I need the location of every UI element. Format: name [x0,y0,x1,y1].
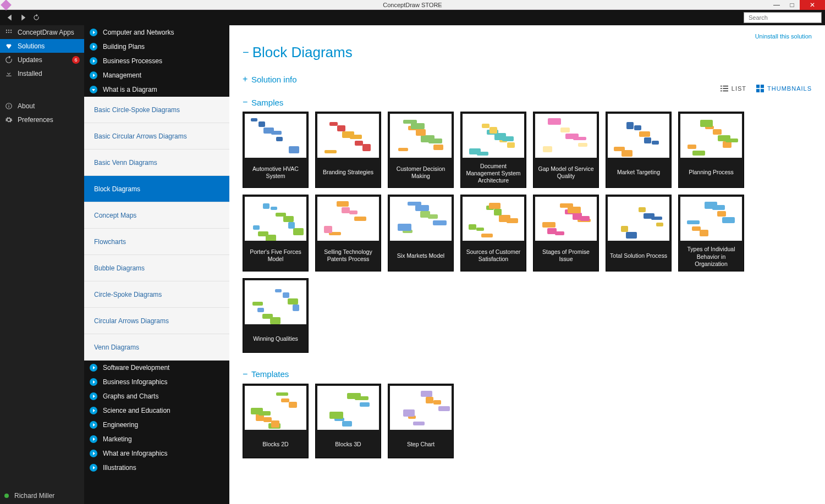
window-title: ConceptDraw STORE [0,2,825,8]
uninstall-solution-link[interactable]: Uninstall this solution [755,33,812,40]
svg-rect-12 [723,88,728,89]
category-item[interactable]: Marketing [84,432,229,446]
thumbnail-card[interactable]: Gap Model of Service Quality [533,112,599,188]
view-list-button[interactable]: LIST [721,85,746,92]
window-minimize-button[interactable]: — [769,0,784,10]
subcategory-item[interactable]: Venn Diagrams [84,334,229,361]
sidebar-item-apps[interactable]: ConceptDraw Apps [0,25,84,39]
thumbnail-caption: Planning Process [679,159,744,186]
category-item[interactable]: Software Development [84,361,229,375]
nav-forward-button[interactable] [16,11,30,24]
thumbnail-card[interactable]: Sources of Customer Satisfaction [460,195,526,271]
svg-point-3 [6,31,7,32]
expand-arrow-icon [90,450,97,457]
search-box[interactable] [744,12,822,23]
window-maximize-button[interactable]: □ [784,0,800,10]
category-label: Computer and Networks [103,29,174,36]
thumbnail-card[interactable]: Types of Individual Behavior in Organiza… [678,195,744,271]
expand-arrow-icon [90,43,97,51]
subcategory-item[interactable]: Circular Arrows Diagrams [84,308,229,334]
thumbnail-card[interactable]: Porter's Five Forces Model [243,195,309,271]
thumbnail-card[interactable]: Total Solution Process [606,195,672,271]
category-item[interactable]: Science and Education [84,403,229,418]
subcategory-item[interactable]: Flowcharts [84,229,229,255]
thumbnail-image [608,114,669,158]
section-solution-info[interactable]: + Solution info [243,74,812,84]
collapse-page-icon[interactable]: − [243,46,249,59]
thumbnail-image [245,386,306,430]
sidebar-item-installed[interactable]: Installed [0,67,84,80]
thumbnail-card[interactable]: Selling Technology Patents Process [315,195,381,271]
app-icon [1,0,12,10]
thumbnail-card[interactable]: Customer Decision Making [388,112,454,188]
thumbnail-image [680,197,742,241]
subcategory-item[interactable]: Basic Circular Arrows Diagrams [84,123,229,149]
thumbnail-image [317,386,379,430]
search-input[interactable] [749,14,824,21]
category-item[interactable]: What is a Diagram [84,82,229,97]
thumbnail-card[interactable]: Six Markets Model [388,195,454,271]
solutions-icon [4,42,13,51]
thumbnail-caption: Selling Technology Patents Process [316,242,381,269]
thumbnail-card[interactable]: Market Targeting [606,112,672,188]
subcategory-item[interactable]: Concept Maps [84,202,229,229]
view-thumbnails-button[interactable]: THUMBNAILS [756,85,812,92]
thumbnail-card[interactable]: Winning Qualities [243,278,309,353]
thumbnail-card[interactable]: Blocks 2D [243,384,309,458]
thumbnail-card[interactable]: Stages of Promise Issue [533,195,599,271]
svg-rect-15 [756,85,760,88]
user-status[interactable]: Richard Miller [0,488,84,504]
sidebar-item-preferences[interactable]: Preferences [0,113,84,126]
top-toolbar [0,10,825,25]
main-content: Uninstall this solution − Block Diagrams… [229,25,825,504]
thumbnail-image [608,197,669,241]
sidebar-item-about[interactable]: About [0,99,84,113]
thumbnail-image [463,114,524,158]
svg-rect-7 [8,105,9,107]
nav-refresh-button[interactable] [30,11,43,24]
thumbnail-caption: Step Chart [388,431,453,458]
thumbnail-card[interactable]: Blocks 3D [315,384,381,458]
category-label: What are Infographics [103,450,167,457]
subcategory-item[interactable]: Circle-Spoke Diagrams [84,281,229,308]
section-samples[interactable]: − Samples [243,97,812,107]
subcategory-item[interactable]: Bubble Diagrams [84,255,229,281]
window-close-button[interactable]: ✕ [800,0,825,10]
thumbnail-caption: Winning Qualities [243,326,308,352]
category-label: What is a Diagram [103,86,157,93]
sidebar-item-solutions[interactable]: Solutions [0,39,84,53]
svg-rect-17 [756,89,760,92]
subcategory-item[interactable]: Block Diagrams [84,176,229,202]
category-label: Business Processes [103,57,162,65]
thumbnail-image [535,197,597,241]
thumbnail-caption: Sources of Customer Satisfaction [461,242,526,269]
updates-icon [4,56,13,64]
section-templates[interactable]: − Templates [243,369,812,379]
sidebar-item-label: About [18,102,35,110]
category-item[interactable]: What are Infographics [84,446,229,461]
thumbnail-card[interactable]: Branding Strategies [315,112,381,188]
sidebar-item-label: Installed [18,70,42,77]
expand-arrow-icon [90,464,97,472]
svg-rect-8 [8,104,9,104]
thumbnail-card[interactable]: Step Chart [388,384,454,458]
sidebar-item-label: ConceptDraw Apps [18,29,74,36]
nav-back-button[interactable] [3,11,16,24]
subcategory-item[interactable]: Basic Venn Diagrams [84,149,229,176]
category-item[interactable]: Illustrations [84,461,229,475]
category-item[interactable]: Computer and Networks [84,25,229,40]
sidebar-item-updates[interactable]: Updates6 [0,53,84,67]
category-item[interactable]: Business Processes [84,54,229,68]
thumbnail-image [245,280,306,324]
subcategory-item[interactable]: Basic Circle-Spoke Diagrams [84,97,229,123]
category-item[interactable]: Building Plans [84,40,229,54]
thumbnail-card[interactable]: Automotive HVAC System [243,112,309,188]
category-item[interactable]: Graphs and Charts [84,389,229,403]
category-item[interactable]: Management [84,68,229,82]
thumbnail-card[interactable]: Document Management System Architecture [460,112,526,188]
thumbnail-card[interactable]: Planning Process [678,112,744,188]
thumbnail-caption: Market Targeting [606,159,671,186]
category-item[interactable]: Business Infographics [84,375,229,389]
collapse-icon: − [243,369,251,379]
category-item[interactable]: Engineering [84,418,229,432]
